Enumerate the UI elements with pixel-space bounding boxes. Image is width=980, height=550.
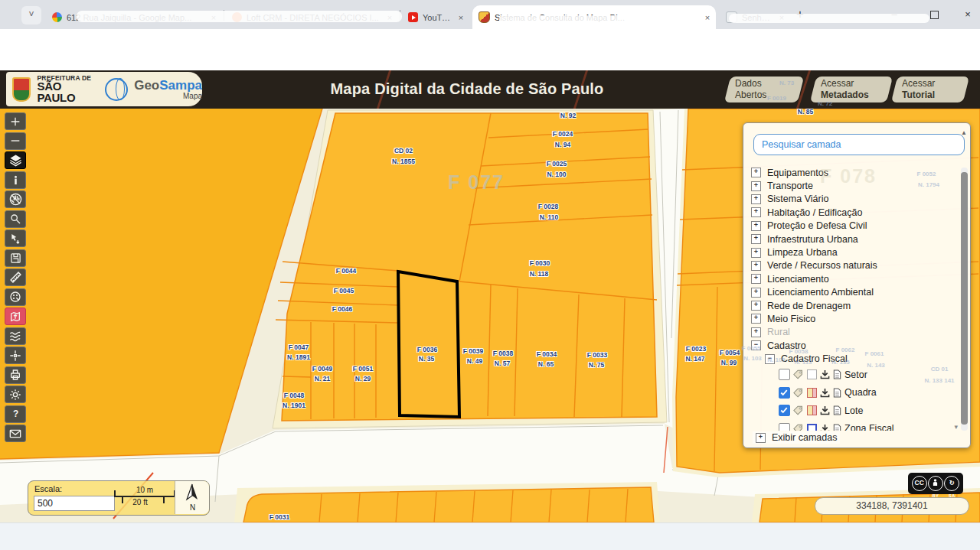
expander-icon[interactable]: + <box>751 207 761 217</box>
button-line2: Metadados <box>821 89 882 101</box>
blur-bar <box>77 11 402 22</box>
expander-icon[interactable]: + <box>751 288 761 298</box>
info-tool-button[interactable] <box>5 171 26 189</box>
layer-group-equipamentos[interactable]: + Equipamentos <box>743 166 962 179</box>
expander-icon[interactable]: + <box>751 221 761 231</box>
collapse-arrow-icon[interactable]: ▾ <box>954 423 958 431</box>
tab-close-icon[interactable]: × <box>456 13 466 22</box>
blur-bar <box>766 57 840 67</box>
expander-icon[interactable]: + <box>751 274 761 284</box>
expander-icon[interactable]: + <box>751 314 761 324</box>
cc-by-icon: BY <box>928 476 943 491</box>
save-tool-button[interactable] <box>5 249 26 267</box>
layer-group-rede-de-drenagem[interactable]: + Rede de Drenagem <box>743 299 962 312</box>
layer-group-label: Limpeza Urbana <box>767 247 838 258</box>
highlight-tool-button[interactable] <box>5 308 26 325</box>
layer-group-licenciamento-ambiental[interactable]: + Licenciamento Ambiental <box>743 286 962 299</box>
layer-checkbox[interactable] <box>779 405 790 416</box>
prefeitura-geosampa-logo[interactable]: PREFEITURA DE SÃO PAULO GeoSampa Mapa <box>6 72 202 106</box>
layer-group-rural[interactable]: + Rural <box>743 326 962 339</box>
metadata-doc-icon[interactable] <box>833 369 841 379</box>
layer-group-cadastro[interactable]: − Cadastro <box>743 339 962 352</box>
metadata-doc-icon[interactable] <box>833 388 841 398</box>
layer-checkbox[interactable] <box>779 369 790 380</box>
tab-close-icon[interactable]: × <box>702 13 713 22</box>
zoom-in-icon <box>9 116 21 128</box>
layer-group-prote-o-e-defesa-civil[interactable]: + Proteção e Defesa Civil <box>743 220 962 233</box>
pan-off-tool-button[interactable] <box>5 190 26 208</box>
download-icon[interactable] <box>820 424 830 431</box>
layer-group-transporte[interactable]: + Transporte <box>743 179 962 192</box>
layer-checkbox[interactable] <box>779 387 790 399</box>
tab-search-chevron-icon[interactable]: ˅ <box>21 6 41 24</box>
cc-license-badge[interactable]: CC BY ↻SA <box>908 473 963 494</box>
layer-group-licenciamento[interactable]: + Licenciamento <box>743 272 962 285</box>
help-tool-button[interactable]: ? <box>5 405 26 423</box>
sp-favicon <box>479 11 490 23</box>
expander-icon[interactable]: + <box>751 194 761 204</box>
compass: N <box>175 481 209 514</box>
zoom-out-tool-button[interactable] <box>5 132 26 150</box>
download-icon[interactable] <box>820 388 830 398</box>
window-close-button[interactable]: × <box>951 0 980 29</box>
basemap-tool-button[interactable] <box>5 288 26 306</box>
button-line2: Tutorial <box>902 89 959 101</box>
show-layers-label: Exibir camadas <box>772 432 837 443</box>
download-icon[interactable] <box>820 405 830 415</box>
header-button-tutorial[interactable]: Acessar Tutorial <box>891 76 969 103</box>
download-icon[interactable] <box>820 369 830 379</box>
scale-input[interactable] <box>34 496 115 511</box>
blur-bar <box>508 57 543 67</box>
geosampa-globe-icon <box>105 78 128 101</box>
layer-group-habita-o-edifica-o[interactable]: + Habitação / Edificação <box>743 206 962 219</box>
browser-tab[interactable]: YouTube × <box>402 5 469 29</box>
expander-icon[interactable]: + <box>751 248 761 258</box>
settings-tool-button[interactable] <box>5 386 26 403</box>
layer-checkbox[interactable] <box>779 423 790 431</box>
map-canvas[interactable]: N. 85N. 92F 0024N. 94CD 02N. 1855F 0025N… <box>0 109 980 522</box>
expander-icon[interactable]: − <box>765 354 775 364</box>
contact-tool-button[interactable] <box>5 425 26 442</box>
header-button-abertos[interactable]: Dados Abertos <box>724 76 804 103</box>
button-line1: Dados <box>735 78 793 89</box>
metadata-doc-icon[interactable] <box>833 424 841 431</box>
settings-icon <box>9 389 21 401</box>
expander-icon[interactable]: − <box>751 340 761 350</box>
layers-tool-button[interactable] <box>5 151 26 169</box>
expander-icon[interactable]: + <box>751 181 761 191</box>
layer-group-meio-fisico[interactable]: + Meio Fisico <box>743 312 962 325</box>
measure-tool-button[interactable] <box>5 268 26 286</box>
layer-group-verde-recursos-naturais[interactable]: + Verde / Recursos naturais <box>743 259 962 272</box>
blur-bar <box>426 57 479 67</box>
expander-icon[interactable]: + <box>751 327 761 337</box>
scale-imperial: 20 ft <box>122 498 158 506</box>
info-icon <box>10 174 21 186</box>
contours-tool-button[interactable] <box>5 327 26 345</box>
header-button-metadados[interactable]: Acessar Metadados <box>810 76 893 103</box>
expander-icon[interactable]: + <box>751 261 761 271</box>
layer-item-setor: Setor <box>743 366 962 384</box>
show-layers-toggle[interactable]: + Exibir camadas <box>753 431 840 444</box>
expander-icon[interactable]: + <box>751 301 761 311</box>
print-tool-button[interactable] <box>5 366 26 384</box>
metadata-doc-icon[interactable] <box>833 405 841 415</box>
layer-group-cadastro-fiscal[interactable]: − Cadastro Fiscal <box>743 352 962 365</box>
layer-group-sistema-vi-rio[interactable]: + Sistema Viário <box>743 193 962 206</box>
layer-group-limpeza-urbana[interactable]: + Limpeza Urbana <box>743 246 962 259</box>
layer-group-infraestrutura-urbana[interactable]: + Infraestrutura Urbana <box>743 233 962 246</box>
blur-bar <box>184 36 505 46</box>
select-tool-button[interactable] <box>5 229 26 247</box>
expander-icon[interactable]: + <box>751 168 761 177</box>
zoom-in-tool-button[interactable] <box>5 112 26 130</box>
layer-label: Lote <box>844 405 863 416</box>
scroll-up-icon[interactable]: ▲ <box>961 129 967 136</box>
panel-scrollbar-thumb[interactable] <box>961 172 968 425</box>
layer-search-input[interactable] <box>753 134 965 155</box>
expander-icon[interactable]: + <box>751 234 761 244</box>
crosshair-tool-button[interactable] <box>5 347 26 364</box>
search-tool-button[interactable] <box>5 210 26 228</box>
coordinates-readout: 334188, 7391401 <box>815 497 969 515</box>
geosampa-header: PREFEITURA DE SÃO PAULO GeoSampa Mapa Ma… <box>0 70 980 109</box>
layer-group-label: Rural <box>767 327 790 337</box>
expander-icon[interactable]: + <box>756 433 766 443</box>
